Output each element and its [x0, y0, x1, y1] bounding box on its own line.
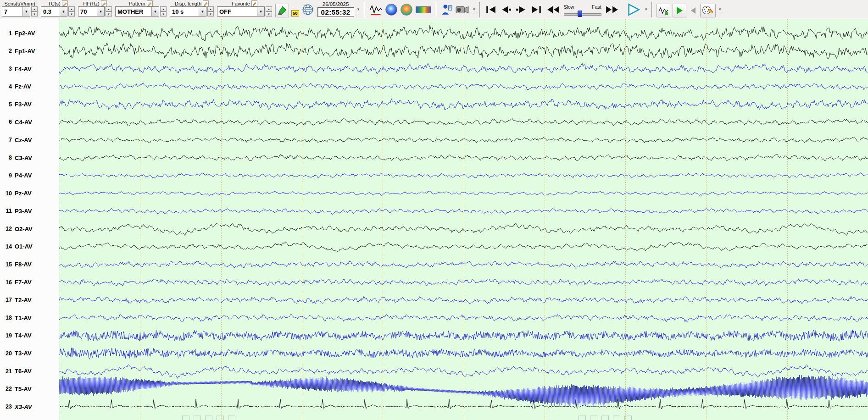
edit-pencil-icon[interactable] — [147, 0, 153, 6]
montage-editor-button[interactable] — [700, 4, 716, 17]
favorite-spin-down-button[interactable]: ▼ — [266, 11, 272, 17]
favorite-spin-up-button[interactable]: ▲ — [266, 6, 272, 11]
channel-label-T5-AV[interactable]: 22T5-AV — [0, 385, 59, 393]
previous-event-button[interactable] — [689, 6, 698, 15]
sensitivity-spin-down-button[interactable]: ▼ — [31, 11, 38, 17]
pattern-spin-up-button[interactable]: ▲ — [160, 6, 167, 11]
channel-label-O2-AV[interactable]: 12O2-AV — [0, 225, 59, 233]
favorite-value: OFF — [217, 7, 257, 16]
patient-info-button[interactable] — [441, 3, 453, 16]
step-forward-icon — [515, 5, 527, 15]
step-back-icon — [500, 5, 512, 15]
channel-label-T1-AV[interactable]: 18T1-AV — [0, 314, 59, 322]
electrode-map-button[interactable] — [301, 3, 314, 16]
sensitivity-combobox[interactable]: 7 ▾ — [2, 6, 30, 17]
analysis-tools-group — [369, 0, 432, 19]
speed-slider-thumb[interactable] — [578, 11, 582, 17]
toolbar-overflow-button[interactable]: ▾ .. — [357, 8, 360, 13]
skip-to-start-button[interactable] — [484, 4, 497, 15]
high-freq-filter-combobox[interactable]: 70 ▾ — [78, 6, 105, 17]
channel-number: 11 — [0, 208, 12, 214]
channel-label-Fp1-AV[interactable]: 2Fp1-AV — [0, 47, 59, 55]
waveform-review-button[interactable] — [369, 3, 383, 17]
notch-filter-badge[interactable]: 50 — [291, 10, 299, 17]
high-freq-filter-spin-down-button[interactable]: ▼ — [106, 11, 112, 17]
skip-to-end-button[interactable] — [530, 4, 543, 15]
channel-label-Fz-AV[interactable]: 4Fz-AV — [0, 83, 59, 91]
step-back-button[interactable] — [500, 4, 512, 15]
toolbar-separator — [479, 2, 480, 17]
slow-label: Slow — [564, 4, 574, 10]
pattern-combobox[interactable]: MOTHER ▾ — [115, 6, 159, 17]
spectral-trend-button[interactable] — [415, 6, 432, 14]
channel-label-C3-AV[interactable]: 8C3-AV — [0, 154, 59, 162]
channel-label-Cz-AV[interactable]: 7Cz-AV — [0, 136, 59, 144]
channel-number: 6 — [0, 119, 12, 125]
channel-label-F3-AV[interactable]: 5F3-AV — [0, 100, 59, 109]
playback-speed-group: Slow Fast — [546, 0, 642, 19]
channel-name: T1-AV — [15, 315, 32, 321]
channel-name: F7-AV — [15, 279, 32, 286]
high-freq-filter-control-group: HF(Hz) 70 ▾ ▲ ▼ — [78, 0, 112, 17]
channel-label-P3-AV[interactable]: 11P3-AV — [0, 207, 59, 215]
channel-name: T4-AV — [15, 332, 32, 339]
brain-topography-button[interactable] — [385, 3, 398, 16]
channel-label-T6-AV[interactable]: 21T6-AV — [0, 367, 59, 376]
play-button[interactable] — [625, 2, 642, 17]
channel-label-Pz-AV[interactable]: 10Pz-AV — [0, 189, 59, 198]
channel-label-F7-AV[interactable]: 16F7-AV — [0, 278, 59, 287]
toolbar-overflow-button[interactable]: ▾ .. — [645, 8, 647, 13]
speed-slider[interactable] — [563, 11, 602, 17]
channel-label-F8-AV[interactable]: 15F8-AV — [0, 260, 59, 269]
rewind-button[interactable] — [546, 4, 561, 15]
sensitivity-spin-up-button[interactable]: ▲ — [31, 6, 38, 11]
edit-pencil-icon[interactable] — [101, 0, 107, 6]
channel-label-T3-AV[interactable]: 20T3-AV — [0, 349, 59, 358]
display-length-dropdown-arrow[interactable]: ▾ — [199, 7, 206, 16]
channel-label-T2-AV[interactable]: 17T2-AV — [0, 296, 59, 304]
auto-play-button[interactable] — [673, 4, 686, 17]
channel-number: 15 — [0, 261, 12, 268]
pattern-spin-down-button[interactable]: ▼ — [160, 11, 167, 17]
eeg-waveform-canvas[interactable] — [59, 19, 868, 420]
edit-pencil-icon[interactable] — [62, 0, 68, 6]
channel-label-O1-AV[interactable]: 14O1-AV — [0, 243, 59, 251]
channel-name: Fz-AV — [15, 83, 31, 90]
time-constant-spin-up-button[interactable]: ▲ — [68, 6, 75, 11]
fast-forward-icon — [605, 5, 619, 15]
display-length-spin-down-button[interactable]: ▼ — [207, 11, 214, 17]
channel-name: P3-AV — [15, 208, 32, 215]
trend-review-button[interactable] — [657, 4, 670, 17]
channel-number: 17 — [0, 297, 12, 303]
time-constant-spin-down-button[interactable]: ▼ — [68, 11, 75, 17]
fast-forward-button[interactable] — [605, 4, 619, 15]
favorite-control-group: Favorite OFF ▾ ▲ ▼ — [217, 0, 272, 17]
high-freq-filter-spin-up-button[interactable]: ▲ — [106, 6, 112, 11]
toolbar-overflow-button[interactable]: ▾ .. — [473, 8, 475, 13]
channel-label-C4-AV[interactable]: 6C4-AV — [0, 118, 59, 126]
toolbar-overflow-button[interactable]: ▾ .. — [719, 8, 721, 13]
favorite-combobox[interactable]: OFF ▾ — [217, 6, 265, 17]
favorite-dropdown-arrow[interactable]: ▾ — [257, 7, 264, 16]
channel-name: C4-AV — [15, 119, 32, 126]
time-constant-combobox[interactable]: 0.3 ▾ — [41, 6, 67, 17]
sensitivity-dropdown-arrow[interactable]: ▾ — [22, 7, 30, 16]
display-length-combobox[interactable]: 10 s ▾ — [170, 6, 206, 17]
channel-label-F4-AV[interactable]: 3F4-AV — [0, 65, 59, 73]
pattern-dropdown-arrow[interactable]: ▾ — [151, 7, 159, 16]
channel-label-T4-AV[interactable]: 19T4-AV — [0, 332, 59, 340]
channel-label-Fp2-AV[interactable]: 1Fp2-AV — [0, 29, 59, 38]
video-camera-button[interactable] — [455, 4, 470, 16]
pattern-label: Pattern — [129, 1, 145, 6]
edit-pencil-icon[interactable] — [203, 0, 209, 6]
annotation-pen-button[interactable] — [275, 4, 289, 17]
channel-label-P4-AV[interactable]: 9P4-AV — [0, 171, 59, 180]
edit-pencil-icon[interactable] — [251, 0, 257, 6]
channel-name: T3-AV — [15, 350, 32, 357]
high-freq-filter-dropdown-arrow[interactable]: ▾ — [97, 7, 104, 16]
head-3d-map-button[interactable] — [400, 3, 413, 16]
step-forward-button[interactable] — [515, 4, 528, 15]
channel-label-X3-AV[interactable]: 23X3-AV — [0, 403, 59, 411]
time-constant-dropdown-arrow[interactable]: ▾ — [60, 7, 67, 16]
display-length-spin-up-button[interactable]: ▲ — [207, 6, 214, 11]
